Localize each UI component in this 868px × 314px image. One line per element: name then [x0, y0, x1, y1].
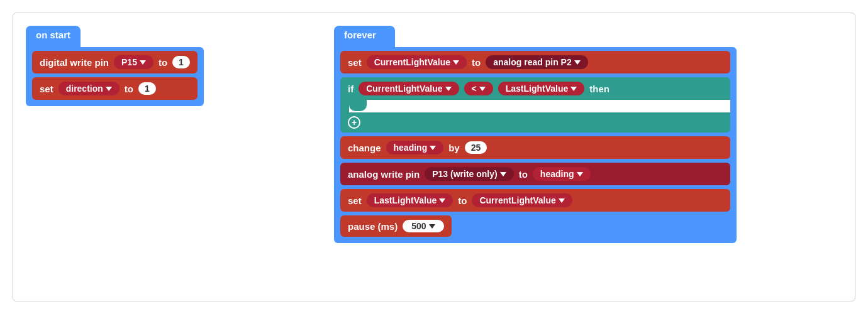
to-label-1: to	[159, 57, 167, 68]
pause-label: pause (ms)	[348, 221, 398, 232]
if-bottom-row: +	[340, 112, 730, 133]
forever-group: forever set CurrentLightValue to analog …	[334, 26, 737, 243]
clv-arrow-2	[559, 198, 565, 203]
forever-header: forever	[334, 26, 395, 47]
change-label: change	[348, 143, 381, 153]
forever-label: forever	[344, 30, 376, 40]
then-label: then	[589, 84, 609, 94]
if-op-arrow	[479, 87, 486, 91]
direction-pill[interactable]: direction	[58, 82, 120, 95]
to-label-r1: to	[472, 57, 481, 68]
pin-p13-pill[interactable]: P13 (write only)	[425, 167, 513, 181]
main-canvas: on start digital write pin P15 to 1 set …	[13, 13, 855, 301]
if-var2-pill[interactable]: LastLightValue	[498, 82, 585, 95]
if-left-bar	[340, 100, 349, 112]
if-block-container: if CurrentLightValue < LastLightValue th…	[340, 77, 730, 133]
to-label-r3: to	[519, 169, 528, 180]
pin-p13-arrow	[500, 172, 506, 176]
pin-dropdown-arrow	[140, 60, 146, 65]
if-op-pill[interactable]: <	[464, 82, 493, 95]
last-light-value-pill[interactable]: LastLightValue	[367, 193, 453, 207]
by-label: by	[448, 143, 460, 153]
digital-write-label: digital write pin	[40, 57, 109, 68]
if-top-row: if CurrentLightValue < LastLightValue th…	[340, 77, 730, 100]
if-label: if	[348, 84, 353, 94]
heading-pill[interactable]: heading	[386, 141, 444, 154]
pause-value-pill[interactable]: 500	[403, 220, 443, 232]
value-1-pill-2: 1	[138, 82, 156, 95]
pause-dropdown-arrow	[429, 224, 435, 229]
llv-arrow	[439, 198, 445, 203]
digital-write-block: digital write pin P15 to 1	[32, 51, 198, 73]
pin-p2-dropdown-arrow	[574, 60, 581, 65]
on-start-body: digital write pin P15 to 1 set direction…	[26, 47, 204, 106]
set-label-r4: set	[348, 195, 362, 206]
on-start-group: on start digital write pin P15 to 1 set …	[26, 26, 204, 106]
heading-var-arrow	[577, 172, 583, 176]
heading-var-pill[interactable]: heading	[533, 167, 591, 181]
value-1-pill: 1	[172, 56, 190, 68]
if-var1-arrow	[445, 87, 452, 91]
direction-dropdown-arrow	[106, 87, 112, 91]
set-direction-block: set direction to 1	[32, 77, 198, 100]
if-body	[340, 100, 730, 112]
on-start-label: on start	[36, 30, 70, 40]
analog-read-pin-pill: analog read pin P2	[486, 55, 587, 69]
on-start-header: on start	[26, 26, 81, 47]
current-light-value-pill-2[interactable]: CurrentLightValue	[472, 193, 572, 207]
analog-write-label: analog write pin	[348, 169, 420, 180]
if-var2-arrow	[570, 87, 577, 91]
if-var1-pill[interactable]: CurrentLightValue	[359, 82, 459, 95]
clv-dropdown-arrow	[453, 60, 459, 65]
plus-button[interactable]: +	[348, 116, 360, 129]
analog-write-block: analog write pin P13 (write only) to hea…	[340, 163, 730, 185]
if-bottom-bar	[360, 121, 723, 124]
pause-block: pause (ms) 500	[340, 215, 452, 237]
set-label-r1: set	[348, 57, 362, 68]
change-heading-block: change heading by 25	[340, 136, 730, 159]
forever-body: set CurrentLightValue to analog read pin…	[334, 47, 737, 243]
heading-dropdown-arrow	[430, 146, 436, 150]
current-light-value-pill[interactable]: CurrentLightValue	[367, 55, 467, 69]
if-notch-connector	[349, 100, 367, 111]
value-25-pill: 25	[465, 141, 487, 154]
set-current-light-block: set CurrentLightValue to analog read pin…	[340, 51, 730, 73]
set-label-left: set	[40, 84, 53, 94]
to-label-r4: to	[458, 195, 467, 206]
pin-p15-pill[interactable]: P15	[114, 55, 153, 69]
to-label-2: to	[125, 84, 133, 94]
set-last-light-block: set LastLightValue to CurrentLightValue	[340, 189, 730, 212]
if-inner-space	[349, 100, 730, 112]
